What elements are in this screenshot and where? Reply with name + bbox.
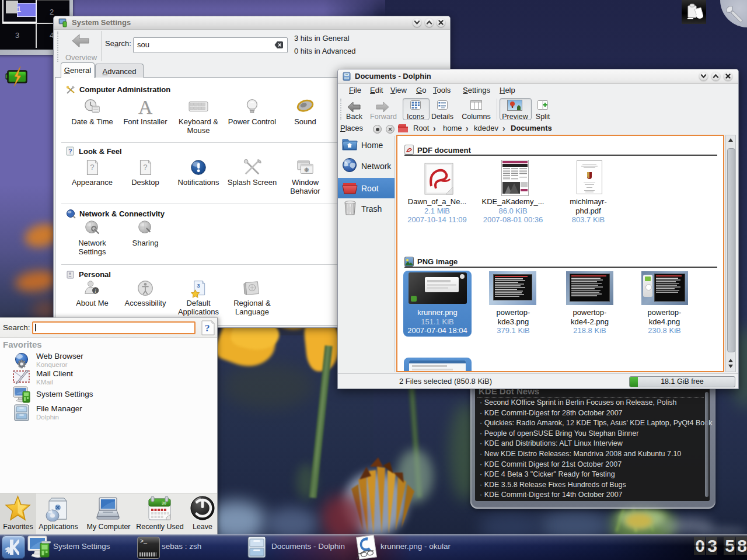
svg-text:30: 30: [162, 501, 166, 505]
svg-text:3: 3: [197, 282, 200, 289]
svg-text:?: ?: [90, 163, 94, 172]
svg-text:❉: ❉: [304, 167, 309, 173]
svg-text:?: ?: [68, 148, 72, 155]
svg-text:?: ?: [143, 163, 147, 172]
svg-text:?: ?: [205, 323, 210, 334]
